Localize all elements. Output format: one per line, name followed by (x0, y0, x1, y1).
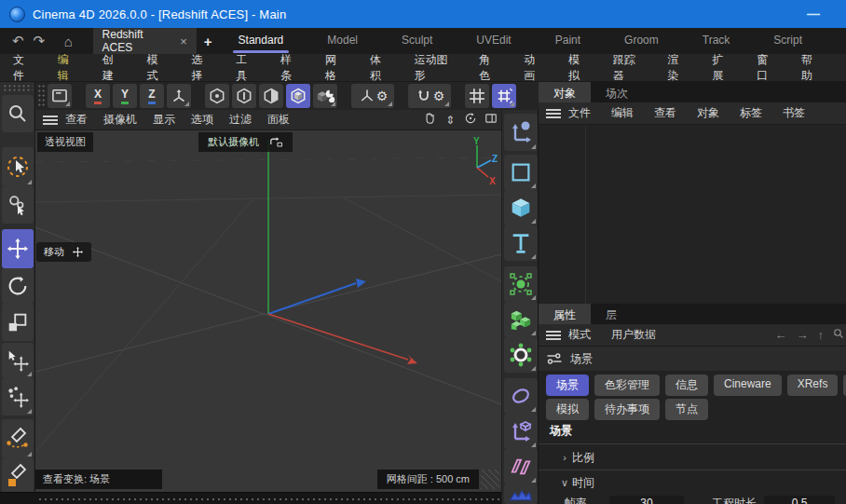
menu-edit[interactable]: 编辑 (58, 52, 78, 84)
perspective-viewport[interactable]: 透视视图 默认摄像机 Y Z X 移动 查看变换: 场景 网格间距 : 500 … (35, 130, 501, 492)
document-tab[interactable]: Redshift ACES × (93, 28, 197, 54)
menu-render[interactable]: 渲染 (668, 52, 689, 84)
viewport-menu-icon[interactable] (43, 116, 58, 125)
tab-attributes[interactable]: 属性 (539, 304, 591, 324)
points-mode-icon[interactable] (205, 84, 229, 108)
menu-help[interactable]: 帮助 (801, 52, 822, 84)
category-info[interactable]: 信息 (665, 375, 708, 396)
symmetry-icon[interactable] (504, 449, 538, 484)
menu-window[interactable]: 窗口 (757, 52, 777, 84)
category-color-management[interactable]: 色彩管理 (594, 375, 660, 396)
forward-icon[interactable]: → (797, 328, 809, 342)
am-menu-userdata[interactable]: 用户数据 (611, 327, 656, 343)
toolbar-grip[interactable] (37, 84, 46, 108)
tab-objects[interactable]: 对象 (539, 82, 591, 102)
object-manager-menu-icon[interactable] (546, 109, 561, 118)
chevron-down-icon[interactable]: ∨ (557, 477, 572, 489)
category-cineware[interactable]: Cineware (714, 375, 782, 396)
menu-mograph[interactable]: 运动图形 (415, 52, 456, 84)
back-icon[interactable]: ← (775, 328, 787, 342)
close-icon[interactable]: × (180, 34, 187, 48)
volume-builder-icon[interactable] (504, 302, 538, 337)
layout-tab-sculpt[interactable]: Sculpt (402, 29, 432, 53)
workplane-icon[interactable] (48, 84, 72, 108)
sketch-pen-tool-icon[interactable] (2, 458, 34, 494)
search-icon[interactable] (833, 328, 844, 342)
layout-tab-model[interactable]: Model (327, 29, 358, 53)
minimize-button[interactable]: — (807, 7, 820, 21)
workplane-grid-icon[interactable] (465, 84, 489, 108)
tab-takes[interactable]: 场次 (591, 82, 643, 102)
rotate-tool-icon[interactable] (2, 268, 34, 304)
cube-primitive-icon[interactable] (504, 190, 538, 225)
toggle-panel-icon[interactable] (481, 112, 501, 128)
om-menu-view[interactable]: 查看 (654, 105, 676, 121)
modeling-axis-settings-button[interactable]: ⚙ (351, 84, 394, 108)
menu-mesh[interactable]: 网格 (325, 52, 346, 84)
lock-z-axis-button[interactable]: Z (140, 84, 164, 108)
coordinate-system-icon[interactable] (167, 84, 191, 108)
layout-tab-paint[interactable]: Paint (555, 29, 580, 53)
layout-tab-script[interactable]: Script (773, 29, 802, 53)
layout-tab-groom[interactable]: Groom (624, 29, 659, 53)
scale-tool-icon[interactable] (2, 304, 34, 341)
duration-input[interactable]: 0.5 (764, 496, 835, 504)
model-mode-icon[interactable] (286, 84, 310, 108)
field-generator-icon[interactable] (504, 266, 538, 302)
tab-layers[interactable]: 层 (591, 304, 632, 324)
menu-tools[interactable]: 工具 (236, 52, 256, 84)
new-document-button[interactable]: + (204, 34, 212, 49)
menu-simulate[interactable]: 模拟 (568, 52, 589, 84)
attribute-manager-menu-icon[interactable] (546, 331, 561, 340)
orbit-icon[interactable] (460, 112, 481, 128)
viewport-resize-grip[interactable] (481, 470, 499, 489)
group-scale[interactable]: › 比例 (539, 447, 846, 468)
viewport-menu-filter[interactable]: 过滤 (229, 112, 252, 128)
object-list[interactable] (539, 125, 846, 304)
framerate-input[interactable]: 30 (609, 496, 684, 504)
undo-icon[interactable]: ↶ (7, 33, 29, 49)
lock-x-axis-button[interactable]: X (86, 84, 110, 108)
zoom-tool-icon[interactable] (2, 95, 34, 132)
om-menu-tags[interactable]: 标签 (740, 105, 762, 121)
snap-grid-icon[interactable] (492, 84, 516, 108)
up-icon[interactable]: ↑ (818, 328, 825, 342)
category-xrefs[interactable]: XRefs (787, 375, 839, 396)
menu-file[interactable]: 文件 (13, 52, 34, 84)
motext-icon[interactable] (504, 225, 538, 261)
redo-icon[interactable]: ↷ (29, 33, 50, 49)
snap-settings-button[interactable]: ⚙ (408, 84, 451, 108)
category-simulation[interactable]: 模拟 (546, 399, 589, 420)
viewport-menu-panel[interactable]: 面板 (267, 112, 290, 128)
category-todo[interactable]: 待办事项 (594, 399, 660, 420)
menu-create[interactable]: 创建 (102, 52, 123, 84)
texture-mode-icon[interactable] (313, 84, 337, 108)
viewport-menu-display[interactable]: 显示 (153, 112, 175, 128)
lock-y-axis-button[interactable]: Y (113, 84, 137, 108)
selected-object-row[interactable]: 场景 (539, 347, 846, 371)
palette-grip[interactable] (3, 84, 33, 92)
pan-hand-icon[interactable] (419, 112, 440, 128)
layout-tab-track[interactable]: Track (703, 29, 730, 53)
menu-animate[interactable]: 动画 (524, 52, 544, 84)
home-icon[interactable]: ⌂ (57, 34, 79, 49)
om-menu-file[interactable]: 文件 (568, 105, 591, 121)
simulation-scene-icon[interactable] (504, 337, 538, 373)
menu-mode[interactable]: 模式 (147, 52, 168, 84)
group-time[interactable]: ∨ 时间 (539, 472, 846, 493)
landscape-primitive-icon[interactable] (504, 484, 538, 504)
om-menu-bookmarks[interactable]: 书签 (783, 105, 805, 121)
multi-move-tool-icon[interactable] (2, 378, 34, 415)
om-menu-objects[interactable]: 对象 (697, 105, 719, 121)
layout-tab-uvedit[interactable]: UVEdit (476, 29, 511, 53)
category-scene[interactable]: 场景 (546, 375, 589, 396)
am-menu-mode[interactable]: 模式 (568, 327, 591, 343)
layout-tab-standard[interactable]: Standard (239, 29, 284, 53)
menu-tracker[interactable]: 跟踪器 (613, 52, 644, 84)
viewport-menu-view[interactable]: 查看 (65, 112, 88, 128)
chevron-right-icon[interactable]: › (557, 452, 572, 463)
dolly-icon[interactable]: ⇕ (440, 114, 460, 127)
menu-volume[interactable]: 体积 (370, 52, 390, 84)
instance-axis-icon[interactable] (504, 414, 538, 449)
spline-pen-create-icon[interactable] (504, 114, 538, 151)
